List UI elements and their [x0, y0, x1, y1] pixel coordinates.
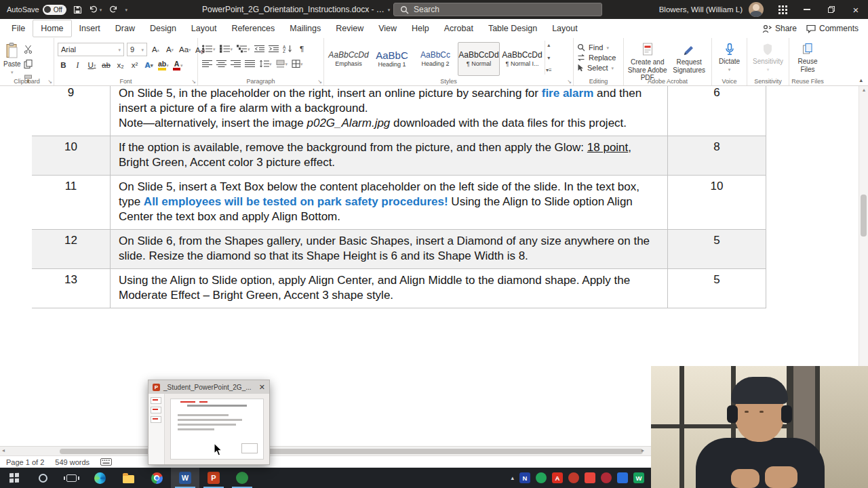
- repeat-button[interactable]: [108, 5, 118, 14]
- share-button[interactable]: Share: [762, 24, 797, 33]
- copy-button[interactable]: [24, 59, 33, 71]
- request-signatures-button[interactable]: Request Signatures: [670, 41, 708, 74]
- sensitivity-button[interactable]: Sensitivity ▾: [753, 41, 783, 72]
- red-tray-icon-2[interactable]: [585, 472, 595, 483]
- replace-button[interactable]: Replace: [577, 54, 616, 62]
- tab-mailings[interactable]: Mailings: [282, 20, 328, 37]
- select-button[interactable]: Select▾: [577, 64, 616, 72]
- cut-button[interactable]: [24, 44, 33, 56]
- style-gallery-up-button[interactable]: ▴: [546, 42, 552, 48]
- account-name[interactable]: Blowers, Will (William L): [659, 5, 743, 14]
- superscript-button[interactable]: x²: [129, 59, 140, 71]
- word-count[interactable]: 549 words: [55, 458, 90, 466]
- keyboard-status-icon[interactable]: [100, 458, 112, 466]
- scroll-right-arrow[interactable]: ▸: [642, 447, 644, 453]
- blue-tray-icon[interactable]: [617, 472, 628, 483]
- minimize-button[interactable]: [795, 0, 819, 19]
- chrome-button[interactable]: [142, 468, 171, 488]
- create-share-pdf-button[interactable]: Create and Share Adobe PDF: [627, 41, 667, 82]
- bullets-button[interactable]: ▾: [201, 43, 216, 55]
- tab-review[interactable]: Review: [328, 20, 371, 37]
- line-spacing-button[interactable]: ▾: [258, 58, 273, 70]
- popup-title-bar[interactable]: P _Student_PowerPoint_2G_... ✕: [149, 380, 269, 394]
- style-heading-2[interactable]: AaBbCcHeading 2: [414, 42, 456, 76]
- hidden-icons-chevron[interactable]: ▴: [511, 474, 514, 481]
- align-right-button[interactable]: [230, 58, 241, 70]
- font-dialog-launcher[interactable]: ↘: [191, 79, 196, 85]
- paste-button[interactable]: Paste ▾: [3, 41, 21, 75]
- shrink-font-button[interactable]: A▾: [164, 43, 176, 56]
- increase-indent-button[interactable]: [268, 43, 279, 55]
- avatar[interactable]: [749, 2, 764, 17]
- reuse-files-button[interactable]: Reuse Files: [793, 41, 823, 73]
- search-taskbar-button[interactable]: [28, 468, 57, 488]
- change-case-button[interactable]: Aa▾: [178, 43, 192, 56]
- page-indicator[interactable]: Page 1 of 2: [6, 458, 44, 466]
- vertical-scroll-thumb[interactable]: [861, 195, 867, 237]
- tab-home[interactable]: Home: [33, 20, 71, 37]
- onenote-tray-icon[interactable]: N: [519, 472, 530, 483]
- powerpoint-thumbnail-window[interactable]: P _Student_PowerPoint_2G_... ✕: [148, 380, 270, 465]
- style-emphasis[interactable]: AaBbCcDdEmphasis: [328, 42, 370, 76]
- find-button[interactable]: Find▾: [577, 43, 616, 52]
- sort-button[interactable]: AZ: [282, 43, 294, 55]
- ribbon-display-options-button[interactable]: [770, 0, 795, 19]
- style-heading-1[interactable]: AaBbCHeading 1: [371, 42, 413, 76]
- horizontal-scroll-thumb[interactable]: [60, 449, 643, 454]
- quick-access-chevron[interactable]: ▾: [125, 7, 127, 12]
- close-button[interactable]: ×: [844, 0, 868, 19]
- text-effects-button[interactable]: A▾: [143, 59, 155, 71]
- font-color-button[interactable]: A▾: [172, 59, 184, 71]
- highlight-color-button[interactable]: ab▾: [157, 59, 170, 71]
- red-tray-icon-3[interactable]: [601, 472, 612, 483]
- tab-insert[interactable]: Insert: [72, 20, 108, 37]
- autosave-toggle[interactable]: AutoSave Off: [7, 5, 66, 15]
- file-explorer-button[interactable]: [114, 468, 142, 488]
- style-gallery-down-button[interactable]: ▾: [546, 55, 552, 61]
- subscript-button[interactable]: x₂: [115, 59, 126, 71]
- tab-view[interactable]: View: [371, 20, 404, 37]
- strikethrough-button[interactable]: ab: [100, 59, 112, 71]
- dictate-button[interactable]: Dictate ▾: [719, 41, 740, 72]
- tab-design[interactable]: Design: [142, 20, 184, 37]
- scroll-left-arrow[interactable]: ◂: [2, 447, 5, 453]
- red-tray-icon-1[interactable]: [568, 472, 579, 483]
- undo-button[interactable]: ▾: [89, 5, 102, 14]
- font-size-select[interactable]: 9▾: [127, 43, 147, 56]
- tab-help[interactable]: Help: [404, 20, 437, 37]
- scroll-up-arrow[interactable]: ▴: [859, 87, 868, 93]
- italic-button[interactable]: I: [72, 59, 83, 71]
- styles-dialog-launcher[interactable]: ↘: [567, 79, 572, 85]
- shading-button[interactable]: ▾: [275, 58, 289, 70]
- style-normal[interactable]: AaBbCcDd¶ Normal: [458, 42, 500, 76]
- teal-tray-icon[interactable]: W: [633, 472, 644, 483]
- adobe-acrobat-tray-icon[interactable]: A: [552, 472, 563, 483]
- popup-close-button[interactable]: ✕: [259, 383, 265, 392]
- green-app-taskbar-icon[interactable]: [228, 468, 256, 488]
- grow-font-button[interactable]: A▴: [150, 43, 161, 56]
- decrease-indent-button[interactable]: [254, 43, 265, 55]
- align-left-button[interactable]: [201, 58, 213, 70]
- underline-button[interactable]: U▾: [86, 59, 98, 71]
- undo-dropdown-chevron[interactable]: ▾: [100, 7, 102, 12]
- tab-file[interactable]: File: [4, 20, 33, 37]
- multilevel-list-button[interactable]: ▾: [236, 43, 251, 55]
- title-dropdown-chevron[interactable]: ▾: [388, 7, 391, 12]
- numbering-button[interactable]: ▾: [219, 43, 234, 55]
- start-button[interactable]: [0, 468, 28, 488]
- bold-button[interactable]: B: [58, 59, 69, 71]
- word-taskbar-icon[interactable]: W: [171, 468, 199, 488]
- style-gallery-more-button[interactable]: ▾≡: [546, 67, 552, 73]
- tab-draw[interactable]: Draw: [108, 20, 142, 37]
- style-normal-i[interactable]: AaBbCcDd¶ Normal I...: [501, 42, 543, 76]
- paragraph-dialog-launcher[interactable]: ↘: [317, 79, 322, 85]
- save-button[interactable]: [73, 5, 82, 14]
- tab-layout-2[interactable]: Layout: [545, 20, 585, 37]
- green-tray-icon[interactable]: [536, 472, 547, 483]
- align-center-button[interactable]: [216, 58, 227, 70]
- clipboard-dialog-launcher[interactable]: ↘: [47, 79, 52, 85]
- tab-layout[interactable]: Layout: [184, 20, 224, 37]
- search-input[interactable]: Search: [393, 3, 602, 16]
- edge-taskbar-button[interactable]: [85, 468, 114, 488]
- tab-references[interactable]: References: [224, 20, 282, 37]
